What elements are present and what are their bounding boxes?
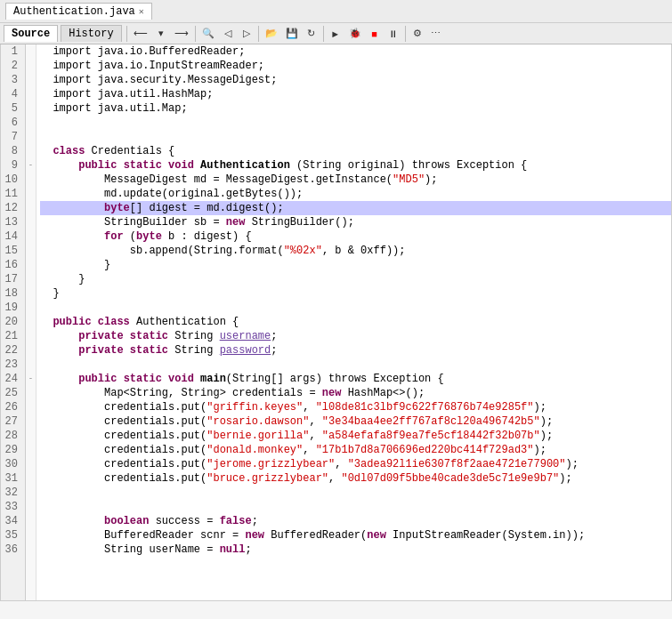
- line-number: 26: [4, 400, 21, 414]
- line-number: 27: [4, 414, 21, 429]
- code-segment: import java.io.BufferedReader;: [40, 45, 245, 58]
- line-number: 20: [4, 315, 21, 329]
- forward-btn[interactable]: ⟶: [171, 26, 192, 41]
- file-tab-label: Authentication.java: [13, 5, 135, 18]
- tab-close-icon[interactable]: ✕: [139, 6, 144, 17]
- code-segment: class: [53, 145, 85, 157]
- line-number: 30: [4, 457, 21, 471]
- code-segment: import java.io.InputStreamReader;: [40, 60, 264, 72]
- code-segment: for: [104, 230, 124, 243]
- code-segment: credentials.put(: [40, 415, 206, 428]
- code-segment: );: [559, 472, 571, 485]
- separator-4: [323, 26, 324, 42]
- line-number: 1: [4, 44, 21, 59]
- code-segment: "bernie.gorilla": [206, 430, 309, 442]
- code-line: sb.append(String.format("%02x", b & 0xff…: [40, 244, 671, 258]
- code-segment: success =: [149, 515, 219, 527]
- separator-1: [126, 26, 127, 42]
- line-number: 4: [4, 87, 21, 101]
- more-btn[interactable]: ⋯: [427, 26, 445, 41]
- code-segment: import java.security.MessageDigest;: [40, 74, 277, 86]
- code-segment: StringBuilder();: [245, 216, 353, 229]
- collapse-marker[interactable]: -: [26, 158, 36, 173]
- separator-2: [195, 26, 196, 42]
- code-segment: password: [220, 344, 271, 357]
- code-line: }: [40, 286, 671, 301]
- code-segment: boolean: [104, 515, 149, 527]
- code-segment: HashMap<>();: [341, 387, 425, 399]
- search-btn[interactable]: 🔍: [198, 26, 218, 41]
- code-segment: "MD5": [393, 173, 425, 186]
- code-segment: b : digest) {: [162, 230, 252, 243]
- run-btn[interactable]: ►: [327, 27, 344, 41]
- line-number: 18: [4, 286, 21, 301]
- separator-3: [258, 26, 259, 42]
- prev-btn[interactable]: ◁: [219, 26, 237, 41]
- code-segment: "%02x": [284, 245, 322, 257]
- line-number: 22: [4, 343, 21, 358]
- collapse-marker: [26, 87, 36, 101]
- refresh-btn[interactable]: ↻: [303, 26, 320, 41]
- tools-btn[interactable]: ⚙: [409, 26, 426, 41]
- code-segment: [40, 145, 53, 157]
- code-segment: Credentials {: [85, 145, 174, 157]
- collapse-marker: [26, 229, 36, 244]
- next-btn[interactable]: ▷: [238, 26, 255, 41]
- line-number: 3: [4, 73, 21, 87]
- code-segment: Authentication {: [130, 316, 239, 328]
- line-number: 16: [4, 258, 21, 272]
- code-segment: new: [367, 529, 386, 542]
- collapse-marker: [26, 201, 36, 215]
- code-line: credentials.put("donald.monkey", "17b1b7…: [40, 443, 671, 457]
- code-segment: "donald.monkey": [206, 444, 303, 456]
- line-number: 11: [4, 187, 21, 201]
- file-tab[interactable]: Authentication.java ✕: [5, 3, 152, 20]
- collapse-marker: [26, 130, 36, 144]
- collapse-marker: [26, 528, 36, 543]
- line-number: 28: [4, 429, 21, 443]
- source-tab[interactable]: Source: [4, 25, 58, 42]
- line-number: 10: [4, 173, 21, 187]
- save-btn[interactable]: 💾: [282, 26, 302, 41]
- line-number: 36: [4, 543, 21, 557]
- code-segment: MessageDigest md = MessageDigest.getInst…: [40, 173, 393, 186]
- open-btn[interactable]: 📂: [262, 26, 281, 41]
- line-number: 8: [4, 144, 21, 158]
- stop-btn[interactable]: ■: [366, 27, 384, 41]
- collapse-marker: [26, 144, 36, 158]
- code-segment: [] digest = md.digest();: [130, 202, 284, 214]
- back-btn[interactable]: ⟵: [130, 26, 151, 41]
- collapse-marker: [26, 400, 36, 414]
- code-segment: new: [245, 529, 264, 542]
- code-segment: [40, 373, 78, 385]
- code-segment: );: [540, 430, 553, 442]
- code-line: }: [40, 272, 671, 286]
- code-lines: import java.io.BufferedReader; import ja…: [36, 44, 671, 600]
- code-segment: ,: [328, 472, 341, 485]
- code-segment: credentials.put(: [40, 401, 206, 414]
- pause-btn[interactable]: ⏸: [385, 27, 402, 41]
- code-line: import java.io.InputStreamReader;: [40, 59, 671, 73]
- code-segment: );: [425, 173, 437, 186]
- collapse-marker[interactable]: -: [26, 372, 36, 386]
- code-line: byte[] digest = md.digest();: [40, 201, 671, 215]
- code-segment: String userName =: [40, 543, 220, 556]
- code-line: [40, 500, 671, 514]
- line-number: 9: [4, 158, 21, 173]
- collapse-marker: [26, 59, 36, 73]
- line-number: 33: [4, 500, 21, 514]
- code-segment: private static: [78, 344, 168, 357]
- line-number: 34: [4, 514, 21, 528]
- code-segment: (String original) throws Exception {: [290, 159, 527, 172]
- dropdown-btn[interactable]: ▾: [152, 26, 170, 41]
- line-number: 25: [4, 386, 21, 400]
- debug-btn[interactable]: 🐞: [345, 26, 365, 41]
- history-tab[interactable]: History: [61, 25, 121, 42]
- code-segment: import java.util.HashMap;: [40, 88, 213, 100]
- collapse-marker: [26, 315, 36, 329]
- code-segment: }: [40, 273, 85, 285]
- code-segment: false: [220, 515, 252, 527]
- code-segment: byte: [104, 202, 130, 214]
- code-segment: BufferedReader scnr =: [40, 529, 245, 542]
- code-line: import java.io.BufferedReader;: [40, 44, 671, 59]
